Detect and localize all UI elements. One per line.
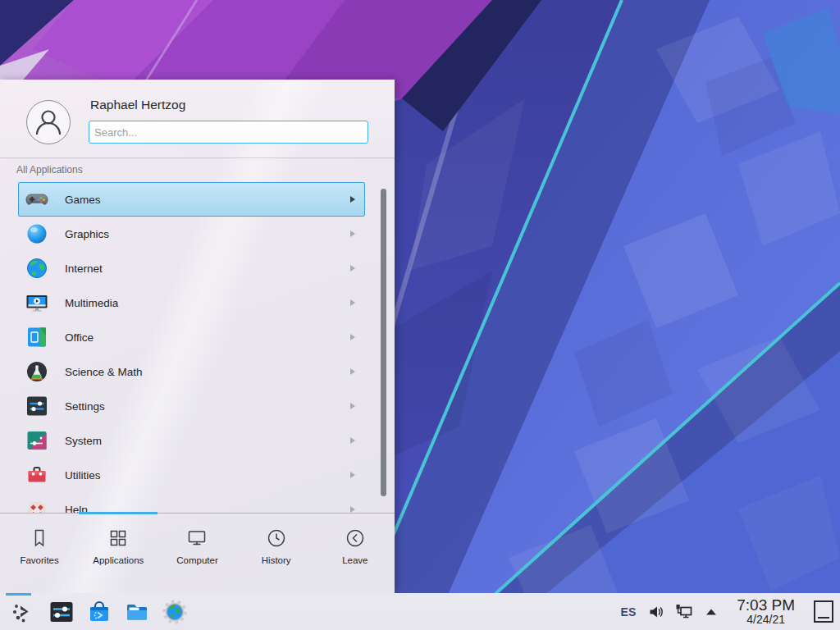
menu-header: Raphael Hertzog: [0, 80, 395, 158]
category-label: System: [65, 435, 102, 447]
category-label: Internet: [65, 262, 103, 275]
volume-icon[interactable]: [648, 605, 663, 619]
history-clock-icon: [266, 527, 287, 549]
application-launcher-button[interactable]: [9, 596, 39, 628]
system-tray: ES 7:03 PM 4/24/21: [621, 597, 835, 626]
list-scrollbar[interactable]: [381, 189, 386, 496]
tab-label: Leave: [342, 555, 368, 565]
tab-label: Applications: [93, 555, 144, 565]
system-settings-button[interactable]: [47, 596, 76, 628]
application-launcher-menu: Raphael Hertzog All Applications Games: [0, 80, 395, 593]
kde-launcher-icon: [11, 599, 37, 625]
category-label: Multimedia: [65, 297, 118, 309]
category-label: Graphics: [65, 228, 109, 240]
folder-icon: [124, 599, 150, 625]
taskbar: ES 7:03 PM 4/24/21: [0, 593, 840, 630]
file-manager-button[interactable]: [122, 596, 152, 628]
category-label: Science & Math: [65, 366, 143, 378]
network-icon[interactable]: [675, 604, 692, 619]
tab-computer[interactable]: Computer: [158, 514, 236, 594]
category-row-system[interactable]: System: [18, 423, 365, 458]
submenu-arrow-icon: [350, 403, 355, 409]
category-row-settings[interactable]: Settings: [18, 389, 365, 423]
category-label: Games: [65, 194, 101, 206]
tab-label: Computer: [176, 555, 218, 565]
submenu-arrow-icon: [350, 334, 355, 340]
submenu-arrow-icon: [350, 265, 355, 272]
tab-label: History: [262, 555, 291, 565]
active-tab-indicator: [79, 512, 158, 514]
category-row-office[interactable]: Office: [18, 320, 365, 354]
menu-tabbar: Favorites Applications: [0, 513, 395, 594]
sliders-dark-icon: [25, 395, 48, 418]
expand-tray-caret-icon[interactable]: [705, 605, 718, 619]
submenu-arrow-icon: [350, 299, 355, 306]
globe-gear-icon: [162, 599, 188, 625]
submenu-arrow-icon: [350, 196, 355, 203]
tab-history[interactable]: History: [237, 514, 316, 594]
lifebuoy-icon: [25, 498, 48, 513]
category-row-help[interactable]: Help: [18, 492, 365, 513]
category-row-internet[interactable]: Internet: [18, 251, 365, 285]
category-label: Utilities: [65, 469, 101, 482]
computer-icon: [186, 527, 208, 549]
discover-button[interactable]: [84, 596, 114, 628]
tab-label: Favorites: [20, 555, 58, 565]
digital-clock[interactable]: 7:03 PM 4/24/21: [737, 597, 795, 626]
submenu-arrow-icon: [350, 506, 355, 513]
clock-date: 4/24/21: [746, 614, 785, 626]
discover-bag-icon: [86, 599, 112, 625]
tab-leave[interactable]: Leave: [316, 514, 395, 594]
leave-icon: [345, 527, 366, 549]
submenu-arrow-icon: [350, 472, 355, 478]
user-avatar[interactable]: [26, 100, 71, 144]
category-row-games[interactable]: Games: [18, 182, 365, 217]
sphere-icon: [25, 222, 48, 245]
category-label: Settings: [65, 400, 105, 413]
user-icon: [27, 101, 70, 144]
flask-icon: [25, 360, 48, 383]
globe-icon: [25, 257, 48, 280]
category-list: Games Graphics Internet: [0, 182, 395, 513]
web-browser-button[interactable]: [160, 596, 189, 628]
clock-time: 7:03 PM: [737, 597, 795, 614]
sliders-color-icon: [25, 429, 48, 452]
category-row-graphics[interactable]: Graphics: [18, 217, 365, 251]
category-row-multimedia[interactable]: Multimedia: [18, 285, 365, 320]
toolbox-icon: [25, 463, 48, 486]
tab-favorites[interactable]: Favorites: [0, 514, 79, 594]
search-input[interactable]: [89, 121, 368, 144]
category-label: Office: [65, 331, 94, 344]
user-name: Raphael Hertzog: [90, 98, 185, 112]
show-desktop-button[interactable]: [814, 600, 833, 623]
monitor-play-icon: [25, 291, 48, 314]
keyboard-layout-indicator[interactable]: ES: [621, 605, 637, 619]
submenu-arrow-icon: [350, 437, 355, 444]
document-icon: [25, 326, 48, 349]
submenu-arrow-icon: [350, 231, 355, 237]
desktop: Raphael Hertzog All Applications Games: [0, 0, 840, 630]
grid-icon: [107, 527, 129, 549]
system-settings-icon: [48, 599, 75, 625]
category-row-utilities[interactable]: Utilities: [18, 458, 365, 492]
category-row-science[interactable]: Science & Math: [18, 354, 365, 389]
submenu-arrow-icon: [350, 368, 355, 375]
gamepad-icon: [25, 188, 48, 211]
launcher-active-indicator: [6, 593, 31, 596]
bookmark-icon: [29, 527, 50, 549]
section-label: All Applications: [16, 164, 83, 176]
tab-applications[interactable]: Applications: [79, 514, 158, 594]
